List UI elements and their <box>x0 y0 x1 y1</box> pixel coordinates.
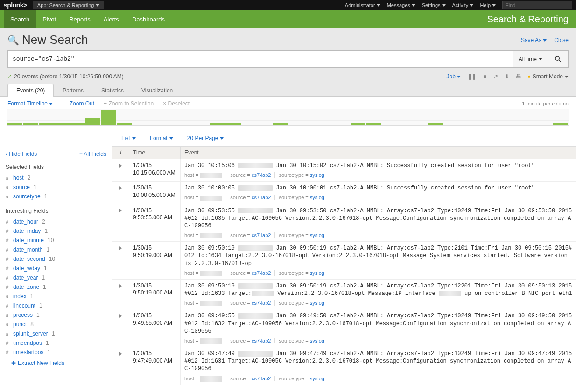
close-button[interactable]: Close <box>554 37 569 43</box>
source-link[interactable]: cs7-lab2 <box>252 338 271 343</box>
field-name: date_hour <box>13 218 38 225</box>
top-menu-settings[interactable]: Settings <box>422 2 446 8</box>
find-input[interactable] <box>502 1 572 9</box>
expand-row-button[interactable] <box>112 242 129 279</box>
field-date_hour[interactable]: #date_hour2 <box>6 217 106 226</box>
download-icon[interactable]: ⬇ <box>505 73 509 80</box>
sourcetype-link[interactable]: syslog <box>310 338 324 343</box>
expand-row-button[interactable] <box>112 159 129 181</box>
field-timeendpos[interactable]: #timeendpos1 <box>6 338 106 348</box>
nav-dashboards[interactable]: Dashboards <box>126 10 171 28</box>
event-meta: host = source = cs7-lab2sourcetype = sys… <box>184 232 572 238</box>
field-timestartpos[interactable]: #timestartpos1 <box>6 348 106 357</box>
expand-row-button[interactable] <box>112 182 129 203</box>
sourcetype-link[interactable]: syslog <box>310 300 324 306</box>
pause-icon[interactable]: ❚❚ <box>467 73 477 80</box>
field-date_year[interactable]: #date_year1 <box>6 273 106 282</box>
share-icon[interactable]: ↗ <box>493 73 498 80</box>
hide-fields-link[interactable]: ‹ Hide Fields <box>6 151 37 157</box>
field-type-icon: # <box>6 256 10 262</box>
field-host[interactable]: ahost2 <box>6 173 106 182</box>
search-input[interactable] <box>7 50 513 68</box>
smart-mode-dropdown[interactable]: ♦ Smart Mode <box>528 73 569 80</box>
sourcetype-link[interactable]: syslog <box>310 376 324 381</box>
save-as-button[interactable]: Save As <box>521 37 547 43</box>
events-table: i Time Event 1/30/1510:15:06.000 AMJan 3… <box>112 146 576 385</box>
top-menu-administrator[interactable]: Administrator <box>345 2 380 8</box>
field-date_second[interactable]: #date_second10 <box>6 254 106 264</box>
all-fields-link[interactable]: ≡ All Fields <box>79 151 106 157</box>
table-header: i Time Event <box>112 146 576 159</box>
tab-visualization[interactable]: Visualization <box>133 84 182 97</box>
event-time: 1/30/1510:15:06.000 AM <box>129 159 181 181</box>
per-page-dropdown[interactable]: 20 Per Page <box>187 135 224 141</box>
timeline-chart[interactable] <box>7 109 569 126</box>
field-date_minute[interactable]: #date_minute10 <box>6 236 106 245</box>
expand-row-button[interactable] <box>112 309 129 347</box>
field-date_zone[interactable]: #date_zone1 <box>6 282 106 292</box>
sourcetype-link[interactable]: syslog <box>310 232 324 238</box>
field-sourcetype[interactable]: asourcetype1 <box>6 192 106 201</box>
field-name: date_minute <box>13 237 44 244</box>
event-raw: Jan 30 09:53:55 Jan 30 09:53:50 cs7-lab2… <box>184 207 572 230</box>
field-punct[interactable]: apunct8 <box>6 320 106 329</box>
nav-pivot[interactable]: Pivot <box>36 10 63 28</box>
field-linecount[interactable]: #linecount1 <box>6 301 106 310</box>
source-link[interactable]: cs7-lab2 <box>252 195 271 200</box>
sourcetype-link[interactable]: syslog <box>310 172 324 178</box>
format-timeline-dropdown[interactable]: Format Timeline <box>7 100 53 107</box>
sourcetype-link[interactable]: syslog <box>310 270 324 276</box>
field-process[interactable]: aprocess1 <box>6 310 106 320</box>
tab-statistics[interactable]: Statistics <box>92 84 133 97</box>
nav-reports[interactable]: Reports <box>63 10 97 28</box>
top-menu-messages[interactable]: Messages <box>387 2 415 8</box>
expand-row-button[interactable] <box>112 204 129 242</box>
field-count: 1 <box>44 265 47 272</box>
field-index[interactable]: aindex1 <box>6 292 106 301</box>
field-count: 1 <box>46 246 49 253</box>
expand-row-button[interactable] <box>112 280 129 309</box>
field-date_wday[interactable]: #date_wday1 <box>6 264 106 273</box>
event-time: 1/30/159:49:55.000 AM <box>129 309 181 347</box>
format-dropdown[interactable]: Format <box>150 135 173 141</box>
chevron-down-icon <box>565 76 569 78</box>
nav-search[interactable]: Search <box>4 10 36 28</box>
field-type-icon: # <box>6 266 10 271</box>
time-range-dropdown[interactable]: All time <box>513 50 548 68</box>
field-type-icon: # <box>6 247 10 252</box>
source-link[interactable]: cs7-lab2 <box>252 172 271 178</box>
expand-row-button[interactable] <box>112 347 129 385</box>
zoom-out-button[interactable]: — Zoom Out <box>62 100 94 107</box>
source-link[interactable]: cs7-lab2 <box>252 376 271 381</box>
print-icon[interactable]: 🖶 <box>516 73 521 80</box>
event-raw: Jan 30 09:50:19 Jan 30 09:50:19 cs7-lab2… <box>184 282 572 297</box>
field-type-icon: a <box>6 322 10 327</box>
field-count: 1 <box>47 349 50 356</box>
source-link[interactable]: cs7-lab2 <box>252 270 271 276</box>
time-column-header[interactable]: Time <box>129 147 181 159</box>
tab-events-[interactable]: Events (20) <box>7 84 54 97</box>
top-menu-activity[interactable]: Activity <box>452 2 474 8</box>
field-date_mday[interactable]: #date_mday1 <box>6 226 106 236</box>
app-dropdown[interactable]: App: Search & Reporting <box>33 1 105 9</box>
nav-alerts[interactable]: Alerts <box>97 10 126 28</box>
view-dropdown[interactable]: List <box>121 135 136 141</box>
top-menu-help[interactable]: Help <box>480 2 496 8</box>
sourcetype-link[interactable]: syslog <box>310 195 324 200</box>
chevron-down-icon <box>543 39 547 42</box>
field-name: date_year <box>13 274 38 281</box>
source-link[interactable]: cs7-lab2 <box>252 300 271 306</box>
redacted <box>238 283 273 289</box>
event-time: 1/30/159:53:55.000 AM <box>129 204 181 242</box>
tab-patterns[interactable]: Patterns <box>54 84 92 97</box>
field-count: 1 <box>43 284 46 290</box>
source-link[interactable]: cs7-lab2 <box>252 232 271 238</box>
field-splunk_server[interactable]: asplunk_server1 <box>6 329 106 338</box>
time-range-label: All time <box>519 56 537 63</box>
search-button[interactable] <box>548 50 569 68</box>
job-dropdown[interactable]: Job <box>447 73 461 80</box>
stop-icon[interactable]: ■ <box>483 73 486 80</box>
field-date_month[interactable]: #date_month1 <box>6 245 106 254</box>
field-source[interactable]: asource1 <box>6 182 106 192</box>
extract-new-fields-link[interactable]: ✚ Extract New Fields <box>11 360 106 366</box>
